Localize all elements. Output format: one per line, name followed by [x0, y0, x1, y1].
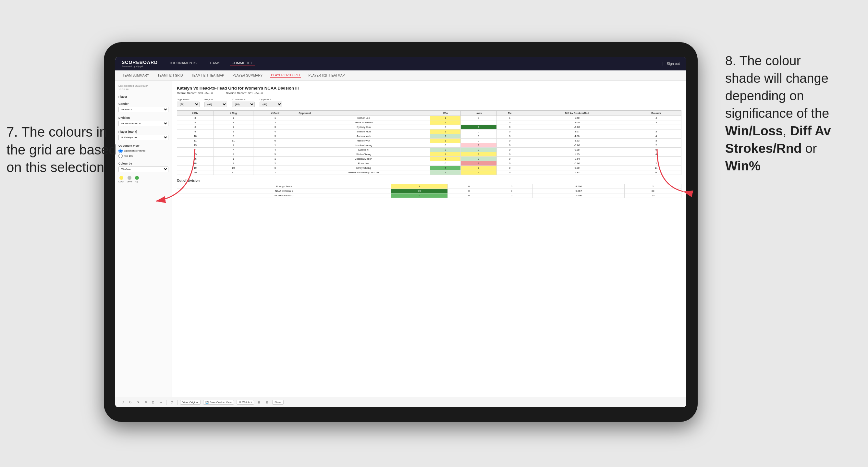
- table-row: 9 1 4 Sharon Mun 1 0 0 3.67 3: [177, 129, 681, 134]
- view-original-btn[interactable]: View: Original: [180, 400, 200, 405]
- filter-region: Region (All): [205, 98, 227, 107]
- cut-btn[interactable]: ✂: [158, 400, 163, 405]
- logo-area: SCOREBOARD Powered by clippd: [122, 60, 158, 68]
- paste-btn[interactable]: ⊡: [151, 400, 156, 405]
- table-row: 6 1 3 Sydney Kuo 0 1 0 -1.00: [177, 125, 681, 129]
- nav-teams[interactable]: TEAMS: [206, 61, 222, 66]
- share-btn[interactable]: Share: [272, 400, 284, 405]
- opponent-select[interactable]: (All): [259, 101, 282, 107]
- th-tie: Tie: [496, 111, 523, 116]
- th-div: # Div: [177, 111, 214, 116]
- gender-select[interactable]: Women's: [118, 107, 168, 112]
- filters-row: Opponents: (All) Region (All) Conference: [177, 98, 681, 107]
- th-loss: Loss: [461, 111, 496, 116]
- player-rank-label: Player (Rank): [118, 130, 168, 133]
- table-row: NAIA Division 1 15 0 0 9.267 30: [177, 189, 681, 193]
- gender-label: Gender: [118, 102, 168, 105]
- table-row: Foreign Team 1 0 0 4.500 2: [177, 184, 681, 189]
- table-row: 16 1 1 Jessica Mason 1 2 0 -0.94: [177, 157, 681, 161]
- table-row: 5 2 2 Alexis Sudjianto 1 0 0 4.00 3: [177, 120, 681, 125]
- toolbar-divider-2: [177, 400, 178, 405]
- tablet-device: SCOREBOARD Powered by clippd TOURNAMENTS…: [104, 42, 698, 422]
- nav-committee[interactable]: COMMITTEE: [230, 61, 255, 66]
- colour-by-label: Colour by: [118, 162, 168, 165]
- legend-up-dot: [135, 176, 139, 180]
- sign-out-link[interactable]: Sign out: [667, 62, 680, 66]
- annotation-left: 7. The colours in the grid are based on …: [6, 123, 117, 177]
- opponent-view-label: Opponent view: [118, 144, 168, 147]
- division-section: Division NCAA Division III: [118, 116, 168, 126]
- region-select[interactable]: (All): [205, 101, 227, 107]
- filter-opponents: Opponents: (All): [177, 98, 199, 107]
- division-select[interactable]: NCAA Division III: [118, 121, 168, 126]
- out-of-division-label: Out of division: [177, 179, 681, 182]
- table-header-row: # Div # Reg # Conf Opponent Win Loss Tie…: [177, 111, 681, 116]
- toolbar-divider-1: [166, 400, 166, 405]
- filter-opponent: Opponent (All): [259, 98, 282, 107]
- division-record: Division Record: 331 - 34 - 6: [226, 92, 263, 95]
- player-rank-select[interactable]: 8. Katelyn Vo: [118, 135, 168, 140]
- grid-records: Overall Record: 353 - 34 - 6 Division Re…: [177, 92, 681, 95]
- conference-select[interactable]: (All): [232, 101, 255, 107]
- clock-btn[interactable]: ⏱: [169, 400, 175, 405]
- legend: Down Level Up: [118, 176, 168, 183]
- chevron-down-icon: ▾: [250, 401, 252, 404]
- th-conf: # Conf: [253, 111, 297, 116]
- radio-top-100[interactable]: Top 100: [118, 154, 168, 158]
- colour-by-section: Colour by Win/loss: [118, 162, 168, 172]
- filter-conference: Conference (All): [232, 98, 255, 107]
- player-rank-section: Player (Rank) 8. Katelyn Vo: [118, 130, 168, 140]
- table-row: 14 7 4 Eunice Yi 2 2 0 0.38 9: [177, 148, 681, 152]
- undo-btn[interactable]: ↺: [120, 400, 125, 405]
- sub-nav-team-summary[interactable]: TEAM SUMMARY: [122, 74, 150, 77]
- table-row: 11 11 6 Heejo Hyun 1 0 0 3.33 3: [177, 138, 681, 143]
- sub-nav-team-h2h-heatmap[interactable]: TEAM H2H HEATMAP: [190, 74, 225, 77]
- table-row: 10 6 3 Andrea York 2 0 0 4.00 4: [177, 134, 681, 138]
- grid-area: Katelyn Vo Head-to-Head Grid for Women's…: [172, 81, 686, 397]
- table-row: NCAA Division 2 5 0 0 7.400 10: [177, 193, 681, 198]
- sub-nav-player-summary[interactable]: PLAYER SUMMARY: [232, 74, 264, 77]
- nav-tournaments[interactable]: TOURNAMENTS: [167, 61, 198, 66]
- save-custom-btn[interactable]: 💾 Save Custom View: [203, 400, 234, 405]
- legend-level: Level: [127, 176, 132, 183]
- tablet-screen: SCOREBOARD Powered by clippd TOURNAMENTS…: [115, 57, 686, 407]
- watch-btn[interactable]: 👁 Watch ▾: [237, 400, 254, 405]
- nav-links: TOURNAMENTS TEAMS COMMITTEE: [167, 61, 662, 66]
- legend-level-dot: [127, 176, 131, 180]
- th-rounds: Rounds: [631, 111, 681, 116]
- left-panel: Last Updated: 27/03/2024 16:55:38 Player…: [115, 81, 172, 397]
- out-of-div-table: Foreign Team 1 0 0 4.500 2 NAIA Division…: [177, 184, 681, 198]
- grid-title: Katelyn Vo Head-to-Head Grid for Women's…: [177, 86, 681, 91]
- grid-btn[interactable]: ⊟: [265, 400, 270, 405]
- sub-nav-team-h2h-grid[interactable]: TEAM H2H GRID: [157, 74, 184, 77]
- radio-opponents-played[interactable]: Opponents Played: [118, 149, 168, 153]
- th-win: Win: [430, 111, 461, 116]
- redo-btn[interactable]: ↻: [128, 400, 133, 405]
- table-row: 19 10 6 Emily Chang 4 1 0 0.30 11: [177, 166, 681, 170]
- opponents-select[interactable]: (All): [177, 101, 199, 107]
- legend-down: Down: [118, 176, 124, 183]
- player-label: Player: [118, 95, 168, 98]
- annotation-right: 8. The colour shade will change dependin…: [725, 52, 862, 175]
- th-diff: Diff Av Strokes/Rnd: [523, 111, 631, 116]
- sub-nav: TEAM SUMMARY TEAM H2H GRID TEAM H2H HEAT…: [115, 70, 686, 81]
- legend-down-dot: [119, 176, 123, 180]
- sub-nav-player-h2h-heatmap[interactable]: PLAYER H2H HEATMAP: [308, 74, 346, 77]
- sub-nav-player-h2h-grid[interactable]: PLAYER H2H GRID: [270, 73, 301, 77]
- bold-diff: Diff Av: [790, 124, 831, 138]
- out-of-div-body: Foreign Team 1 0 0 4.500 2 NAIA Division…: [177, 184, 681, 198]
- main-table: # Div # Reg # Conf Opponent Win Loss Tie…: [177, 110, 681, 175]
- legend-up: Up: [135, 176, 139, 183]
- forward-btn[interactable]: ↷: [136, 400, 141, 405]
- opponent-view-section: Opponent view Opponents Played Top 100: [118, 144, 168, 158]
- bottom-toolbar: ↺ ↻ ↷ ⧉ ⊡ ✂ ⏱ View: Original 💾 Save Cust…: [115, 397, 686, 407]
- division-label: Division: [118, 116, 168, 119]
- th-reg: # Reg: [214, 111, 253, 116]
- table-row: 20 11 7 Federica Domecq Lacroze 2 1 0 1.…: [177, 170, 681, 175]
- table-row: 18 2 2 Euna Lee 0 3 0 -5.00 2: [177, 161, 681, 166]
- bold-win-loss: Win/Loss: [725, 124, 783, 138]
- layout-btn[interactable]: ⊞: [257, 400, 262, 405]
- separator-icon: |: [662, 62, 663, 66]
- copy-btn[interactable]: ⧉: [144, 400, 148, 405]
- colour-by-select[interactable]: Win/loss: [118, 166, 168, 172]
